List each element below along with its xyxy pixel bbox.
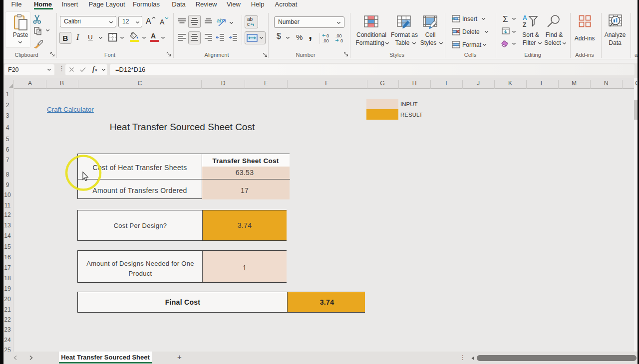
svg-text:c: c (247, 21, 250, 27)
svg-text:Z: Z (523, 21, 526, 28)
svg-text:0: 0 (340, 38, 343, 43)
svg-text:0: 0 (326, 33, 329, 38)
svg-text:.00: .00 (322, 38, 329, 43)
svg-text:A: A (523, 15, 527, 21)
svg-text:.00: .00 (335, 33, 342, 38)
